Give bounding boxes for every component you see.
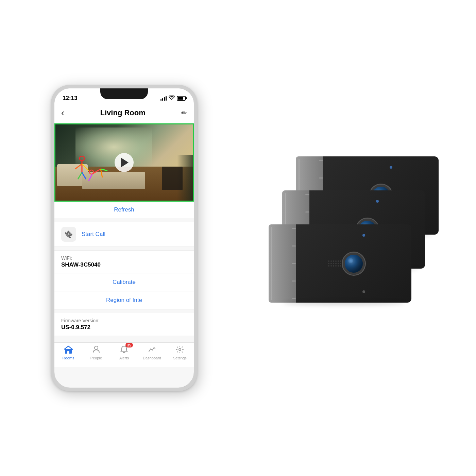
phone-notch [100,88,148,99]
page-title: Living Room [100,108,146,117]
wifi-value: SHAW-3C5040 [61,261,187,268]
wifi-status-icon [169,96,175,101]
start-call-row[interactable]: ☎ Start Call [54,222,194,247]
alerts-badge: 35 [125,343,133,347]
svg-rect-12 [67,351,69,354]
cam-led-bottom-3 [362,290,365,293]
calibrate-label[interactable]: Calibrate [113,279,136,285]
svg-point-14 [179,348,181,351]
cam-lens-3 [343,253,365,275]
calibrate-row[interactable]: Calibrate [54,273,194,291]
tab-dashboard[interactable]: Dashboard [140,345,164,360]
cameras-group [235,156,439,360]
camera-device-3 [269,224,411,303]
phone-screen: 12:13 [54,88,194,388]
tab-dashboard-label: Dashboard [143,356,161,360]
people-icon [92,345,100,355]
tab-settings-label: Settings [173,356,187,360]
tab-people[interactable]: People [84,345,108,360]
signal-icon [160,96,167,101]
rooms-icon [64,345,73,355]
phone-icon: ☎ [63,228,75,240]
firmware-value: US-0.9.572 [61,324,187,331]
phone-shell: 12:13 [51,85,197,391]
cam-led-top-3 [362,234,365,237]
tab-rooms-label: Rooms [63,356,74,360]
region-label[interactable]: Region of Inte [106,297,142,303]
firmware-label: Firmware Version: [61,318,187,323]
cam-led-top-2 [376,200,379,203]
wifi-row: WiFi: SHAW-3C5040 [54,250,194,273]
svg-point-13 [95,346,98,350]
firmware-row: Firmware Version: US-0.9.572 [54,313,194,336]
edit-button[interactable]: ✏ [181,109,187,117]
tab-settings[interactable]: Settings [168,345,192,360]
camera-feed[interactable] [54,123,194,202]
cam-main-3 [296,224,411,303]
status-time: 12:13 [63,95,77,102]
start-call-label[interactable]: Start Call [82,231,105,238]
settings-icon [176,345,184,355]
cam-led-top-1 [390,166,392,169]
play-button[interactable] [115,153,134,172]
dashboard-icon [148,345,156,355]
nav-header: ‹ Living Room ✏ [54,105,194,123]
refresh-row[interactable]: Refresh [54,202,194,218]
cam-speaker-3 [328,260,341,267]
alerts-icon-wrap: 35 [120,345,128,355]
refresh-label[interactable]: Refresh [114,206,134,213]
wifi-label: WiFi: [61,255,187,261]
tab-people-label: People [90,356,102,360]
tab-bar: Rooms People [54,342,194,367]
status-icons [160,96,186,101]
tab-rooms[interactable]: Rooms [56,345,80,360]
call-icon-wrap: ☎ [61,227,76,242]
app-content: Refresh ☎ Start Call WiFi: SHAW-3C5040 [54,202,194,336]
cam-mount-3 [269,224,296,303]
back-button[interactable]: ‹ [61,107,64,118]
phone-wrapper: 12:13 [51,85,197,391]
region-row[interactable]: Region of Inte [54,291,194,309]
tab-alerts-label: Alerts [119,356,129,360]
main-scene: 12:13 [51,34,425,442]
battery-icon [177,96,186,101]
tab-alerts[interactable]: 35 Alerts [112,345,136,360]
